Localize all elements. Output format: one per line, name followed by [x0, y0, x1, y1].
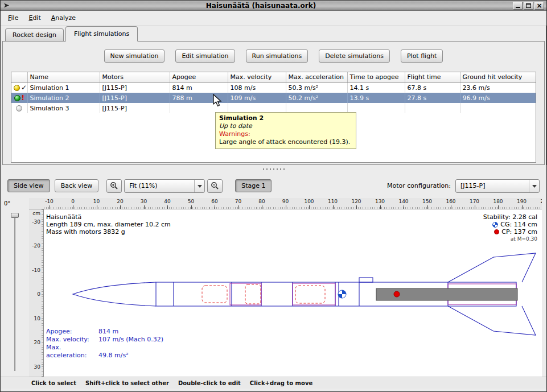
- ruler-tick-label: -30: [32, 219, 40, 225]
- hint-shift-click-to-select-other: Shift+click to select other: [85, 380, 169, 386]
- ruler-tick: [215, 205, 215, 209]
- rocket-dimensions: Length 189 cm, max. diameter 10.2 cm: [46, 221, 171, 228]
- cp-legend-icon: [494, 229, 499, 234]
- cp-value: CP: 137 cm: [501, 228, 537, 236]
- ruler-tick: [262, 205, 262, 209]
- ruler-tick-label: 150: [422, 199, 432, 204]
- column-header[interactable]: Motors: [100, 72, 170, 82]
- rocket-info: Haisunäätä Length 189 cm, max. diameter …: [46, 213, 171, 236]
- tab-rocket-design[interactable]: Rocket design: [5, 28, 64, 41]
- zoom-level-value: Fit (11%): [125, 182, 194, 189]
- rocket-mass: Mass with motors 3832 g: [46, 228, 171, 236]
- column-header[interactable]: [11, 72, 27, 82]
- stat-label: Apogee:: [46, 328, 98, 336]
- stage-1-toggle[interactable]: Stage 1: [235, 179, 272, 192]
- ruler-tick: [404, 205, 404, 209]
- motor-configuration-label: Motor configuration:: [387, 182, 451, 189]
- status-cell: [11, 103, 27, 113]
- cell-max-acceleration: 50.3 m/s²: [286, 82, 347, 93]
- ruler-tick-label: 10: [93, 199, 100, 204]
- ruler-tick: [522, 205, 523, 209]
- close-button[interactable]: ×: [534, 2, 544, 10]
- ruler-tick: [427, 205, 428, 209]
- zoom-out-button[interactable]: [207, 179, 223, 193]
- ruler-tick-label: 20: [34, 340, 40, 345]
- openrocket-window: Haisunäätä (haisunaata.ork) × FileEditAn…: [0, 0, 547, 392]
- zoom-level-select[interactable]: Fit (11%): [124, 179, 205, 193]
- splitter-handle-icon: [263, 168, 285, 170]
- side-view-button[interactable]: Side view: [7, 179, 50, 192]
- nose-cone[interactable]: [73, 282, 156, 306]
- cg-legend-icon: [492, 222, 498, 228]
- stat-label: Max. acceleration:: [46, 344, 98, 360]
- column-header[interactable]: Apogee: [170, 72, 228, 82]
- column-header[interactable]: Name: [27, 72, 100, 82]
- delete-simulations-button[interactable]: Delete simulations: [319, 49, 390, 63]
- status-bar: Click to selectShift+click to select oth…: [1, 377, 546, 389]
- horizontal-ruler: -100102030405060708090100110120130140150…: [44, 198, 542, 209]
- plot-flight-button[interactable]: Plot flight: [401, 49, 443, 63]
- run-simulations-button[interactable]: Run simulations: [246, 49, 309, 63]
- status-ball-gray-icon: [16, 105, 22, 112]
- edit-simulation-button[interactable]: Edit simulation: [175, 49, 235, 63]
- zoom-in-button[interactable]: [106, 179, 122, 193]
- hint-click-to-select: Click to select: [31, 380, 76, 386]
- launch-lug[interactable]: [359, 278, 373, 282]
- bottom-strip: [1, 389, 546, 391]
- menu-item-edit[interactable]: Edit: [23, 11, 46, 25]
- menu-item-analyze[interactable]: Analyze: [46, 11, 81, 25]
- cell-motors: [J115-P]: [100, 93, 170, 103]
- back-view-button[interactable]: Back view: [55, 179, 99, 192]
- rotation-slider[interactable]: [1, 209, 29, 377]
- status-cell: ✓: [11, 82, 27, 93]
- column-header[interactable]: Max. acceleration: [286, 72, 347, 82]
- new-simulation-button[interactable]: New simulation: [104, 49, 165, 63]
- table-row[interactable]: ✓Simulation 1[J115-P]814 m108 m/s50.3 m/…: [11, 82, 536, 93]
- ruler-tick-label: 60: [211, 199, 217, 204]
- ruler-tick-label: -10: [45, 199, 54, 204]
- cell-max-velocity: 109 m/s: [228, 93, 286, 103]
- column-header[interactable]: Max. velocity: [228, 72, 286, 82]
- motor-configuration-select[interactable]: [J115-P]: [455, 179, 540, 193]
- cell-name: Simulation 1: [27, 82, 100, 93]
- ruler-tick-label: 120: [351, 199, 361, 204]
- cell-flight-time: [405, 103, 460, 113]
- ruler-tick: [97, 205, 97, 209]
- tooltip-status: Up to date: [219, 122, 352, 130]
- recovery-components[interactable]: [202, 284, 325, 304]
- splitter[interactable]: [1, 165, 546, 174]
- simulations-table: NameMotorsApogeeMax. velocityMax. accele…: [11, 72, 536, 113]
- chevron-down-icon: [194, 180, 204, 192]
- column-header[interactable]: Ground hit velocity: [460, 72, 536, 82]
- table-row[interactable]: !Simulation 2[J115-P]788 m109 m/s50.2 m/…: [11, 93, 536, 103]
- column-header[interactable]: Time to apogee: [347, 72, 405, 82]
- cg-marker: [338, 290, 346, 298]
- column-header[interactable]: Flight time: [405, 72, 460, 82]
- ruler-tick: [120, 205, 121, 209]
- ruler-tick-label: 0: [71, 199, 75, 204]
- ruler-tick: [191, 205, 192, 209]
- ruler-tick-label: 20: [117, 199, 123, 204]
- tab-flight-simulations[interactable]: Flight simulations: [65, 26, 138, 42]
- maximize-button[interactable]: [524, 2, 533, 10]
- ruler-tick-label: 10: [34, 316, 40, 321]
- ruler-tick: [286, 205, 286, 209]
- canvas-row: cm -30-20-100102030: [1, 209, 546, 377]
- window-icon: [3, 2, 10, 9]
- ruler-tick: [498, 205, 499, 209]
- ruler-tick: [380, 205, 381, 209]
- stability-info: Stability: 2.28 cal CG: 114 cm CP: 137 c…: [483, 213, 537, 243]
- ruler-tick-label: 0: [37, 291, 40, 297]
- cell-apogee: 814 m: [170, 82, 228, 93]
- cell-name: Simulation 2: [27, 93, 100, 103]
- cell-motors: [J115-P]: [100, 103, 170, 113]
- ruler-tick-label: 30: [141, 199, 147, 204]
- status-ball-yellow-icon: [14, 85, 20, 91]
- rocket-canvas[interactable]: Haisunäätä Length 189 cm, max. diameter …: [44, 209, 542, 377]
- ruler-tick: [451, 205, 451, 209]
- rotation-slider-handle[interactable]: [11, 213, 19, 218]
- menu-item-file[interactable]: File: [3, 11, 23, 25]
- cg-value: CG: 114 cm: [500, 221, 537, 228]
- minimize-button[interactable]: [513, 2, 523, 10]
- titlebar: Haisunäätä (haisunaata.ork) ×: [1, 1, 546, 11]
